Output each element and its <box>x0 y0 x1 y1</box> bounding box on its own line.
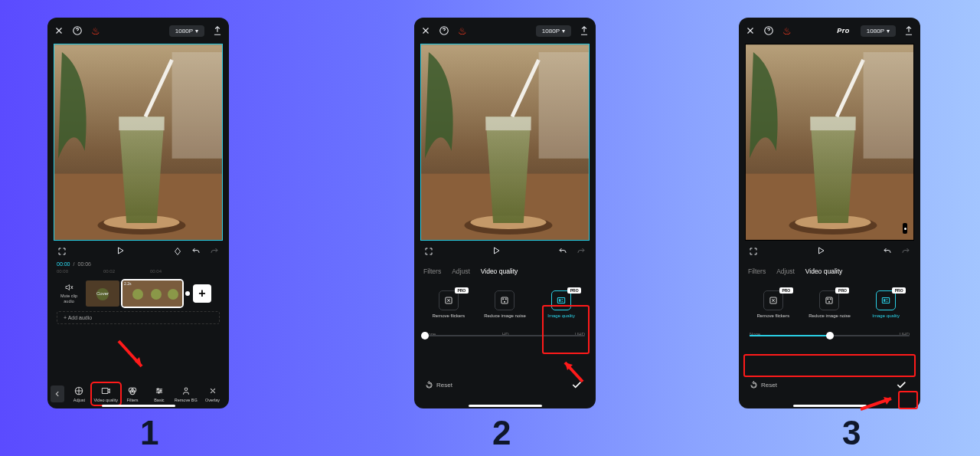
tab-filters[interactable]: Filters <box>748 267 766 275</box>
tool-video-quality[interactable]: Video quality <box>93 384 119 404</box>
total-time: 00:06 <box>77 261 91 267</box>
export-icon[interactable] <box>903 25 914 36</box>
svg-rect-46 <box>826 297 832 303</box>
svg-point-11 <box>132 289 143 300</box>
video-preview[interactable] <box>745 44 914 241</box>
close-icon[interactable] <box>745 25 756 36</box>
option-image-quality[interactable]: PRO Image quality <box>537 290 586 318</box>
confirm-icon[interactable] <box>568 376 585 393</box>
resolution-button[interactable]: 1080P▾ <box>536 25 571 37</box>
compare-toggle[interactable] <box>903 223 907 234</box>
close-icon[interactable] <box>420 25 431 36</box>
video-preview[interactable] <box>54 44 223 241</box>
undo-icon[interactable] <box>557 246 568 257</box>
bottom-actions: Reset <box>414 376 596 393</box>
home-indicator <box>793 405 867 407</box>
reset-button[interactable]: Reset <box>425 381 452 389</box>
flame-icon[interactable]: ♨ <box>90 25 101 36</box>
svg-point-34 <box>506 299 507 300</box>
tool-filters[interactable]: Filters <box>119 384 146 404</box>
play-icon[interactable] <box>115 245 126 256</box>
toolbar-back[interactable] <box>51 385 64 402</box>
tutorial-canvas: ♨ 1080P▾ <box>0 0 980 456</box>
phone-step-1: ♨ 1080P▾ <box>47 18 229 408</box>
home-indicator <box>102 405 175 407</box>
quality-tabs: Filters Adjust Video quality <box>414 261 596 281</box>
mute-clip-audio[interactable]: Mute clip audio <box>55 283 83 303</box>
svg-rect-7 <box>172 52 222 159</box>
topbar: ♨ 1080P▾ <box>414 18 596 44</box>
help-icon[interactable] <box>763 25 774 36</box>
clip-cover[interactable]: Cover <box>86 280 119 307</box>
help-icon[interactable] <box>439 25 449 36</box>
redo-icon[interactable] <box>576 246 586 257</box>
svg-point-20 <box>160 390 162 392</box>
clip-main[interactable]: 2.2s <box>122 280 182 307</box>
svg-rect-5 <box>119 116 164 130</box>
tool-basic[interactable]: Basic <box>145 384 172 404</box>
clip-duration: 2.2s <box>124 281 131 286</box>
reset-button[interactable]: Reset <box>750 381 777 389</box>
tab-video-quality[interactable]: Video quality <box>481 267 518 275</box>
quality-tabs: Filters Adjust Video quality <box>739 261 920 281</box>
flame-icon[interactable]: ♨ <box>457 25 468 36</box>
topbar: ♨ Pro 1080P▾ <box>739 18 920 44</box>
svg-point-12 <box>151 289 162 300</box>
quality-slider[interactable]: None HD UHD <box>750 332 910 353</box>
export-icon[interactable] <box>579 25 590 36</box>
quality-slider[interactable]: None HD UHD <box>425 332 585 353</box>
play-controls <box>47 241 229 261</box>
svg-point-35 <box>505 301 505 302</box>
keyframe-icon[interactable] <box>172 246 183 257</box>
close-icon[interactable] <box>54 25 64 36</box>
tool-overlay[interactable]: Overlay <box>199 384 226 404</box>
quality-options: PRO Remove flickers PRO Reduce image noi… <box>739 281 920 323</box>
svg-point-47 <box>828 299 828 300</box>
option-remove-flickers[interactable]: PRO Remove flickers <box>424 290 473 318</box>
play-icon[interactable] <box>815 245 826 256</box>
step-number-3: 3 <box>842 414 861 452</box>
undo-icon[interactable] <box>191 246 201 257</box>
svg-rect-28 <box>485 116 531 130</box>
redo-icon[interactable] <box>900 246 911 257</box>
step-number-2: 2 <box>492 414 511 452</box>
tool-remove-bg[interactable]: Remove BG <box>172 384 199 404</box>
option-reduce-noise[interactable]: Reduce image noise <box>480 290 529 318</box>
option-remove-flickers[interactable]: PRO Remove flickers <box>749 290 798 318</box>
svg-point-19 <box>157 389 158 390</box>
svg-rect-50 <box>882 298 889 303</box>
fullscreen-icon[interactable] <box>748 246 759 257</box>
export-icon[interactable] <box>212 25 223 36</box>
svg-point-49 <box>829 301 830 302</box>
fullscreen-icon[interactable] <box>57 246 67 257</box>
undo-icon[interactable] <box>882 246 893 257</box>
confirm-icon[interactable] <box>893 376 910 393</box>
flame-icon[interactable]: ♨ <box>782 25 792 36</box>
phone-step-2: ♨ 1080P▾ Filters <box>414 18 596 408</box>
svg-rect-15 <box>103 389 109 394</box>
tool-adjust[interactable]: Adjust <box>66 384 93 404</box>
add-audio-track[interactable]: + Add audio <box>57 311 220 324</box>
option-reduce-noise[interactable]: PRO Reduce image noise <box>805 290 854 318</box>
svg-point-21 <box>158 392 159 393</box>
add-clip-button[interactable]: + <box>193 284 211 303</box>
current-time: 00:00 <box>57 261 70 267</box>
fullscreen-icon[interactable] <box>423 246 434 257</box>
home-indicator <box>469 405 542 407</box>
tab-adjust[interactable]: Adjust <box>452 267 470 275</box>
redo-icon[interactable] <box>209 246 220 257</box>
pro-badge: Pro <box>837 27 850 34</box>
svg-rect-42 <box>810 116 855 130</box>
option-image-quality[interactable]: PRO Image quality <box>861 290 910 318</box>
tab-filters[interactable]: Filters <box>423 267 441 275</box>
resolution-button[interactable]: 1080P▾ <box>861 25 896 37</box>
timeline[interactable]: Mute clip audio Cover 2.2s + <box>47 276 229 311</box>
video-preview[interactable] <box>420 44 590 241</box>
help-icon[interactable] <box>72 25 83 36</box>
resolution-button[interactable]: 1080P▾ <box>169 25 204 37</box>
tab-video-quality[interactable]: Video quality <box>805 267 843 275</box>
step-number-1: 1 <box>140 414 158 452</box>
tab-adjust[interactable]: Adjust <box>776 267 795 275</box>
phone-step-3: ♨ Pro 1080P▾ <box>739 18 920 408</box>
play-icon[interactable] <box>491 245 501 256</box>
